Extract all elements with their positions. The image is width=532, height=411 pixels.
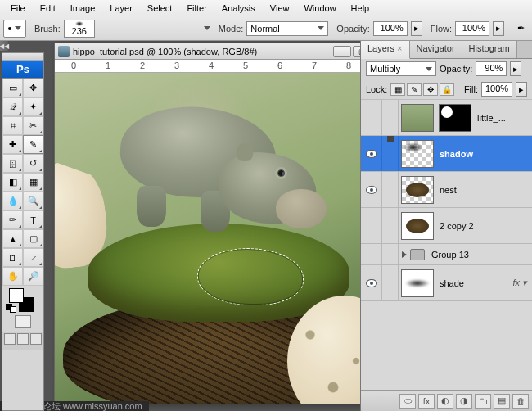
visibility-toggle[interactable] <box>361 136 382 171</box>
flow-flyout[interactable]: ▸ <box>493 21 504 36</box>
brush-picker[interactable]: 236 <box>64 20 95 38</box>
layer-name[interactable]: little_... <box>474 113 532 123</box>
layer-name[interactable]: shadow <box>436 149 532 159</box>
dodge-tool[interactable]: 🔍 <box>23 192 43 210</box>
zoom-tool[interactable]: 🔎 <box>23 267 43 286</box>
menu-analysis[interactable]: Analysis <box>214 2 263 15</box>
layer-row[interactable]: shade fx ▾ <box>361 265 532 301</box>
pen-tool[interactable]: ✑ <box>2 210 23 229</box>
menu-view[interactable]: View <box>263 2 297 15</box>
layer-thumb[interactable] <box>401 212 434 240</box>
magic-wand-tool[interactable]: ✦ <box>23 97 43 116</box>
layer-thumb[interactable] <box>401 140 434 168</box>
brush-tool[interactable]: ✎ <box>23 135 43 154</box>
layer-thumb[interactable] <box>401 104 434 132</box>
minimize-button[interactable]: — <box>333 46 351 57</box>
crop-tool[interactable]: ⌗ <box>2 116 23 135</box>
tool-preset-picker[interactable] <box>3 20 26 38</box>
ruler-horizontal[interactable]: 0 1 2 3 4 5 6 7 8 9 <box>55 60 394 73</box>
link-cell[interactable] <box>382 208 399 243</box>
delete-layer-icon[interactable]: 🗑 <box>512 394 529 409</box>
blend-mode-dropdown[interactable]: Normal <box>246 21 328 36</box>
history-brush-tool[interactable]: ↺ <box>23 154 43 173</box>
lock-position-icon[interactable]: ✥ <box>423 83 438 96</box>
tab-layers[interactable]: Layers × <box>361 41 410 59</box>
foreground-color[interactable] <box>9 288 24 303</box>
document-titlebar[interactable]: hippo_tutorial.psd @ 100% (shadow, RGB/8… <box>55 43 394 60</box>
screen-mode-switcher[interactable] <box>2 332 43 350</box>
menu-image[interactable]: Image <box>63 2 103 15</box>
new-group-icon[interactable]: 🗀 <box>475 394 491 409</box>
layer-blend-mode-dropdown[interactable]: Multiply <box>366 61 436 76</box>
gradient-tool[interactable]: ▦ <box>23 173 43 192</box>
layer-style-icon[interactable]: fx <box>418 394 435 409</box>
visibility-toggle[interactable] <box>361 100 382 135</box>
link-cell[interactable] <box>382 136 399 171</box>
layer-row[interactable]: shadow <box>361 136 532 172</box>
layer-opacity-flyout[interactable]: ▸ <box>510 61 521 76</box>
shape-tool[interactable]: ▢ <box>23 229 43 248</box>
menu-filter[interactable]: Filter <box>179 2 214 15</box>
link-cell[interactable] <box>382 100 399 135</box>
healing-brush-tool[interactable]: ✚ <box>2 135 23 154</box>
layer-name[interactable]: nest <box>436 185 532 195</box>
eyedropper-tool[interactable]: ⟋ <box>23 248 43 267</box>
type-tool[interactable]: T <box>23 210 43 229</box>
tab-navigator[interactable]: Navigator <box>410 41 462 58</box>
layer-row[interactable]: 2 copy 2 <box>361 208 532 244</box>
layer-fx-badge[interactable]: fx ▾ <box>512 278 527 288</box>
lock-pixels-icon[interactable]: ✎ <box>407 83 422 96</box>
panel-collapse-toggle[interactable]: ◀◀ <box>0 41 8 51</box>
visibility-toggle[interactable] <box>361 244 382 264</box>
chevron-down-icon[interactable] <box>204 26 210 30</box>
menu-help[interactable]: Help <box>344 2 377 15</box>
notes-tool[interactable]: 🗒 <box>2 248 23 267</box>
opacity-input[interactable]: 100% <box>373 21 408 36</box>
blur-tool[interactable]: 💧 <box>2 192 23 210</box>
link-cell[interactable] <box>382 265 399 300</box>
lock-all-icon[interactable]: 🔒 <box>440 83 454 96</box>
layer-name[interactable]: Group 13 <box>428 250 532 260</box>
link-layers-icon[interactable]: ⬭ <box>399 394 416 409</box>
move-tool[interactable]: ✥ <box>23 79 43 97</box>
lock-transparency-icon[interactable]: ▦ <box>390 83 405 96</box>
marquee-tool[interactable]: ▭ <box>2 79 23 97</box>
layer-list[interactable]: little_... shadow nest 2 copy 2 <box>361 100 532 390</box>
eraser-tool[interactable]: ◧ <box>2 173 23 192</box>
quick-mask-toggle[interactable] <box>2 314 43 332</box>
path-select-tool[interactable]: ▴ <box>2 229 23 248</box>
clone-stamp-tool[interactable]: ⌹ <box>2 154 23 173</box>
layer-mask-thumb[interactable] <box>439 104 471 132</box>
new-layer-icon[interactable]: ▤ <box>494 394 510 409</box>
menu-window[interactable]: Window <box>296 2 343 15</box>
adjustment-layer-icon[interactable]: ◑ <box>456 394 472 409</box>
color-swatches[interactable] <box>2 286 43 314</box>
opacity-flyout[interactable]: ▸ <box>411 21 422 36</box>
link-cell[interactable] <box>382 172 399 207</box>
canvas[interactable] <box>55 73 394 404</box>
layer-thumb[interactable] <box>401 176 434 204</box>
visibility-toggle[interactable] <box>361 172 382 207</box>
fill-flyout[interactable]: ▸ <box>516 82 527 97</box>
tab-histogram[interactable]: Histogram <box>462 41 517 58</box>
lasso-tool[interactable]: 𝒬 <box>2 97 23 116</box>
menu-file[interactable]: File <box>3 2 33 15</box>
visibility-toggle[interactable] <box>361 208 382 243</box>
toolbox-grip[interactable] <box>2 53 43 61</box>
fill-input[interactable]: 100% <box>481 82 512 97</box>
visibility-toggle[interactable] <box>361 265 382 300</box>
menu-edit[interactable]: Edit <box>33 2 63 15</box>
airbrush-icon[interactable]: ✒ <box>512 20 529 37</box>
slice-tool[interactable]: ✂ <box>23 116 43 135</box>
layer-row[interactable]: little_... <box>361 100 532 136</box>
layer-thumb[interactable] <box>401 269 434 297</box>
layer-row[interactable]: nest <box>361 172 532 208</box>
layer-name[interactable]: shade <box>436 278 512 288</box>
hand-tool[interactable]: ✋ <box>2 267 23 286</box>
flow-input[interactable]: 100% <box>455 21 489 36</box>
disclosure-triangle-icon[interactable] <box>402 251 407 258</box>
layer-opacity-input[interactable]: 90% <box>476 61 507 76</box>
layer-mask-icon[interactable]: ◐ <box>437 394 453 409</box>
menu-layer[interactable]: Layer <box>102 2 140 15</box>
link-cell[interactable] <box>382 244 399 264</box>
